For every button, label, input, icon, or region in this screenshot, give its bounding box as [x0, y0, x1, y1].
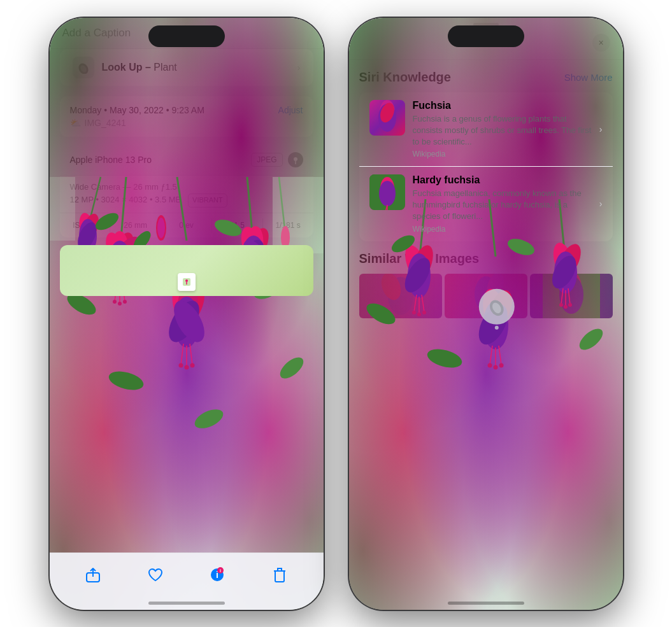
fuchsia-source: Wikipedia — [413, 150, 592, 159]
svg-point-97 — [568, 303, 572, 307]
svg-point-50 — [184, 365, 189, 369]
svg-line-84 — [422, 295, 424, 312]
delete-button[interactable] — [266, 561, 294, 589]
right-phone: Results × Siri Knowledge Show More — [349, 18, 623, 610]
home-indicator — [448, 602, 524, 605]
like-button[interactable] — [141, 561, 169, 589]
svg-point-111 — [576, 325, 606, 353]
svg-line-1 — [177, 177, 187, 241]
svg-point-106 — [493, 365, 497, 369]
knowledge-item-hardy[interactable]: Hardy fuchsia Fuchsia magellanica, commo… — [359, 167, 613, 241]
hardy-thumbnail — [369, 174, 405, 210]
svg-point-107 — [499, 363, 503, 367]
svg-point-61 — [106, 368, 145, 393]
map-area[interactable] — [60, 245, 313, 296]
left-phone: Add a Caption Look Up – Plant › — [50, 18, 324, 610]
svg-point-105 — [487, 363, 492, 367]
svg-line-102 — [490, 346, 492, 365]
svg-point-53 — [157, 218, 165, 238]
svg-line-82 — [414, 295, 417, 312]
svg-point-49 — [178, 363, 183, 367]
siri-lookup-button[interactable] — [478, 288, 514, 324]
svg-point-86 — [417, 313, 421, 316]
fuchsia-chevron: › — [599, 124, 603, 134]
fuchsia-thumbnail — [369, 100, 405, 136]
hardy-desc: Fuchsia magellanica, commonly known as t… — [413, 188, 592, 223]
svg-line-46 — [181, 344, 183, 365]
map-pin — [178, 273, 196, 291]
hardy-source: Wikipedia — [413, 225, 592, 234]
fuchsia-info: Fuchsia Fuchsia is a genus of flowering … — [413, 100, 592, 159]
svg-point-56 — [212, 216, 243, 239]
svg-line-104 — [499, 346, 501, 365]
svg-point-16 — [118, 302, 122, 306]
svg-point-120 — [379, 181, 396, 206]
notch — [148, 25, 225, 47]
knowledge-item-fuchsia[interactable]: Fuchsia Fuchsia is a genus of flowering … — [359, 92, 613, 167]
svg-point-60 — [276, 353, 307, 382]
screen: Results × Siri Knowledge Show More — [349, 18, 623, 610]
svg-point-69 — [185, 279, 188, 282]
svg-point-51 — [190, 363, 194, 367]
fuchsia-name: Fuchsia — [413, 100, 592, 111]
svg-text:i: i — [220, 568, 221, 573]
siri-dot — [494, 325, 498, 329]
svg-point-110 — [425, 346, 464, 371]
hardy-info: Hardy fuchsia Fuchsia magellanica, commo… — [413, 174, 592, 234]
svg-point-96 — [564, 305, 568, 309]
svg-point-95 — [559, 303, 563, 307]
info-button[interactable]: i i — [203, 561, 231, 589]
svg-rect-63 — [273, 177, 324, 253]
home-indicator — [148, 602, 225, 605]
svg-point-17 — [123, 300, 127, 304]
hardy-chevron: › — [599, 199, 603, 209]
svg-line-48 — [190, 344, 192, 365]
svg-point-87 — [422, 311, 426, 314]
svg-point-112 — [363, 299, 398, 328]
svg-point-85 — [412, 311, 416, 314]
svg-point-62 — [192, 405, 226, 432]
screen: Add a Caption Look Up – Plant › — [50, 18, 324, 610]
hardy-name: Hardy fuchsia — [413, 174, 592, 186]
svg-point-15 — [113, 300, 117, 304]
fuchsia-desc: Fuchsia is a genus of flowering plants t… — [413, 113, 592, 148]
notch — [448, 25, 524, 47]
svg-rect-64 — [50, 177, 75, 241]
knowledge-card: Fuchsia Fuchsia is a genus of flowering … — [359, 92, 613, 241]
share-button[interactable] — [79, 561, 107, 589]
